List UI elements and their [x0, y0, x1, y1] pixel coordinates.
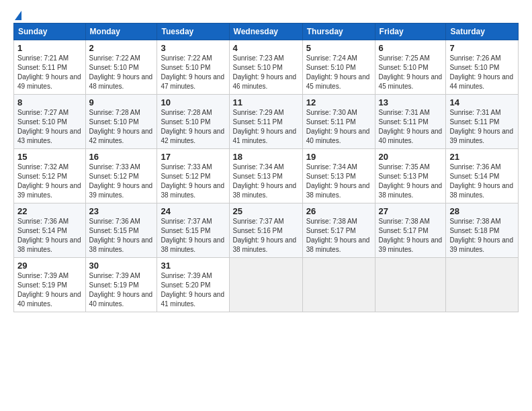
day-header-wednesday: Wednesday [229, 24, 302, 40]
day-info: Sunrise: 7:31 AMSunset: 5:11 PMDaylight:… [379, 109, 443, 144]
calendar-cell: 26 Sunrise: 7:38 AMSunset: 5:17 PMDaylig… [302, 203, 375, 258]
day-number: 30 [89, 261, 154, 271]
calendar-cell: 15 Sunrise: 7:32 AMSunset: 5:12 PMDaylig… [14, 149, 86, 203]
day-info: Sunrise: 7:24 AMSunset: 5:10 PMDaylight:… [306, 54, 370, 90]
calendar-cell: 7 Sunrise: 7:26 AMSunset: 5:10 PMDayligh… [446, 40, 519, 95]
day-number: 31 [161, 261, 225, 271]
calendar-header-row: SundayMondayTuesdayWednesdayThursdayFrid… [14, 24, 519, 40]
day-info: Sunrise: 7:30 AMSunset: 5:11 PMDaylight:… [306, 109, 370, 144]
calendar-cell: 1 Sunrise: 7:21 AMSunset: 5:11 PMDayligh… [14, 40, 86, 95]
calendar-cell: 14 Sunrise: 7:31 AMSunset: 5:11 PMDaylig… [446, 95, 519, 149]
day-info: Sunrise: 7:26 AMSunset: 5:10 PMDaylight:… [449, 54, 513, 90]
calendar-cell: 10 Sunrise: 7:28 AMSunset: 5:10 PMDaylig… [157, 95, 229, 149]
day-number: 26 [306, 206, 371, 216]
day-info: Sunrise: 7:32 AMSunset: 5:12 PMDaylight:… [17, 163, 81, 199]
calendar-cell: 2 Sunrise: 7:22 AMSunset: 5:10 PMDayligh… [85, 40, 157, 95]
calendar-cell: 17 Sunrise: 7:33 AMSunset: 5:12 PMDaylig… [157, 149, 229, 203]
day-number: 19 [306, 152, 371, 162]
calendar-body: 1 Sunrise: 7:21 AMSunset: 5:11 PMDayligh… [14, 40, 519, 312]
day-number: 8 [17, 97, 82, 107]
day-header-friday: Friday [375, 24, 446, 40]
calendar-week-5: 29 Sunrise: 7:39 AMSunset: 5:19 PMDaylig… [14, 258, 519, 312]
day-info: Sunrise: 7:39 AMSunset: 5:19 PMDaylight:… [17, 272, 81, 308]
day-number: 13 [379, 97, 443, 107]
day-info: Sunrise: 7:36 AMSunset: 5:14 PMDaylight:… [17, 218, 81, 253]
calendar-cell: 12 Sunrise: 7:30 AMSunset: 5:11 PMDaylig… [302, 95, 375, 149]
calendar-cell: 4 Sunrise: 7:23 AMSunset: 5:10 PMDayligh… [229, 40, 302, 95]
day-info: Sunrise: 7:22 AMSunset: 5:10 PMDaylight:… [89, 54, 153, 90]
day-header-saturday: Saturday [446, 24, 519, 40]
day-number: 22 [17, 206, 82, 216]
day-header-thursday: Thursday [302, 24, 375, 40]
day-info: Sunrise: 7:27 AMSunset: 5:10 PMDaylight:… [17, 109, 81, 144]
day-number: 11 [233, 97, 299, 107]
calendar-cell: 3 Sunrise: 7:22 AMSunset: 5:10 PMDayligh… [157, 40, 229, 95]
day-info: Sunrise: 7:34 AMSunset: 5:13 PMDaylight:… [233, 163, 297, 199]
calendar-cell: 8 Sunrise: 7:27 AMSunset: 5:10 PMDayligh… [14, 95, 86, 149]
calendar-week-4: 22 Sunrise: 7:36 AMSunset: 5:14 PMDaylig… [14, 203, 519, 258]
day-info: Sunrise: 7:35 AMSunset: 5:13 PMDaylight:… [379, 163, 443, 199]
day-info: Sunrise: 7:21 AMSunset: 5:11 PMDaylight:… [17, 54, 81, 90]
day-info: Sunrise: 7:33 AMSunset: 5:12 PMDaylight:… [89, 163, 153, 199]
day-number: 20 [379, 152, 443, 162]
calendar-cell: 22 Sunrise: 7:36 AMSunset: 5:14 PMDaylig… [14, 203, 86, 258]
calendar-cell: 9 Sunrise: 7:28 AMSunset: 5:10 PMDayligh… [85, 95, 157, 149]
calendar-cell: 20 Sunrise: 7:35 AMSunset: 5:13 PMDaylig… [375, 149, 446, 203]
day-header-monday: Monday [85, 24, 157, 40]
calendar-cell: 29 Sunrise: 7:39 AMSunset: 5:19 PMDaylig… [14, 258, 86, 312]
day-info: Sunrise: 7:38 AMSunset: 5:18 PMDaylight:… [449, 218, 513, 253]
header [13, 11, 519, 19]
calendar-cell: 19 Sunrise: 7:34 AMSunset: 5:13 PMDaylig… [302, 149, 375, 203]
calendar-cell: 6 Sunrise: 7:25 AMSunset: 5:10 PMDayligh… [375, 40, 446, 95]
day-number: 6 [379, 43, 443, 53]
day-number: 14 [449, 97, 515, 107]
calendar-cell: 13 Sunrise: 7:31 AMSunset: 5:11 PMDaylig… [375, 95, 446, 149]
day-info: Sunrise: 7:29 AMSunset: 5:11 PMDaylight:… [233, 109, 297, 144]
day-info: Sunrise: 7:38 AMSunset: 5:17 PMDaylight:… [379, 218, 443, 253]
calendar-cell: 21 Sunrise: 7:36 AMSunset: 5:14 PMDaylig… [446, 149, 519, 203]
calendar-cell: 5 Sunrise: 7:24 AMSunset: 5:10 PMDayligh… [302, 40, 375, 95]
logo [13, 11, 21, 19]
day-info: Sunrise: 7:25 AMSunset: 5:10 PMDaylight:… [379, 54, 443, 90]
day-info: Sunrise: 7:39 AMSunset: 5:19 PMDaylight:… [89, 272, 153, 308]
day-number: 28 [449, 206, 515, 216]
calendar-cell: 30 Sunrise: 7:39 AMSunset: 5:19 PMDaylig… [85, 258, 157, 312]
day-info: Sunrise: 7:33 AMSunset: 5:12 PMDaylight:… [161, 163, 224, 199]
day-number: 24 [161, 206, 225, 216]
calendar-table: SundayMondayTuesdayWednesdayThursdayFrid… [13, 23, 519, 312]
day-number: 7 [449, 43, 515, 53]
day-number: 16 [89, 152, 154, 162]
calendar-cell [302, 258, 375, 312]
calendar-cell: 18 Sunrise: 7:34 AMSunset: 5:13 PMDaylig… [229, 149, 302, 203]
day-number: 3 [161, 43, 225, 53]
calendar-cell: 16 Sunrise: 7:33 AMSunset: 5:12 PMDaylig… [85, 149, 157, 203]
day-info: Sunrise: 7:38 AMSunset: 5:17 PMDaylight:… [306, 218, 370, 253]
calendar-cell: 23 Sunrise: 7:36 AMSunset: 5:15 PMDaylig… [85, 203, 157, 258]
calendar-cell: 25 Sunrise: 7:37 AMSunset: 5:16 PMDaylig… [229, 203, 302, 258]
day-header-tuesday: Tuesday [157, 24, 229, 40]
calendar-cell [229, 258, 302, 312]
day-number: 4 [233, 43, 299, 53]
day-number: 9 [89, 97, 154, 107]
calendar-week-3: 15 Sunrise: 7:32 AMSunset: 5:12 PMDaylig… [14, 149, 519, 203]
day-number: 17 [161, 152, 225, 162]
calendar-cell: 31 Sunrise: 7:39 AMSunset: 5:20 PMDaylig… [157, 258, 229, 312]
day-number: 12 [306, 97, 371, 107]
calendar-week-2: 8 Sunrise: 7:27 AMSunset: 5:10 PMDayligh… [14, 95, 519, 149]
day-number: 29 [17, 261, 82, 271]
day-number: 18 [233, 152, 299, 162]
calendar-cell: 11 Sunrise: 7:29 AMSunset: 5:11 PMDaylig… [229, 95, 302, 149]
calendar-page: SundayMondayTuesdayWednesdayThursdayFrid… [0, 0, 532, 411]
day-info: Sunrise: 7:36 AMSunset: 5:15 PMDaylight:… [89, 218, 153, 253]
day-info: Sunrise: 7:37 AMSunset: 5:15 PMDaylight:… [161, 218, 224, 253]
day-number: 15 [17, 152, 82, 162]
day-number: 10 [161, 97, 225, 107]
day-number: 25 [233, 206, 299, 216]
calendar-cell [446, 258, 519, 312]
logo-flag-icon [15, 11, 21, 20]
calendar-cell: 24 Sunrise: 7:37 AMSunset: 5:15 PMDaylig… [157, 203, 229, 258]
day-info: Sunrise: 7:37 AMSunset: 5:16 PMDaylight:… [233, 218, 297, 253]
calendar-cell [375, 258, 446, 312]
day-info: Sunrise: 7:22 AMSunset: 5:10 PMDaylight:… [161, 54, 224, 90]
day-info: Sunrise: 7:23 AMSunset: 5:10 PMDaylight:… [233, 54, 297, 90]
